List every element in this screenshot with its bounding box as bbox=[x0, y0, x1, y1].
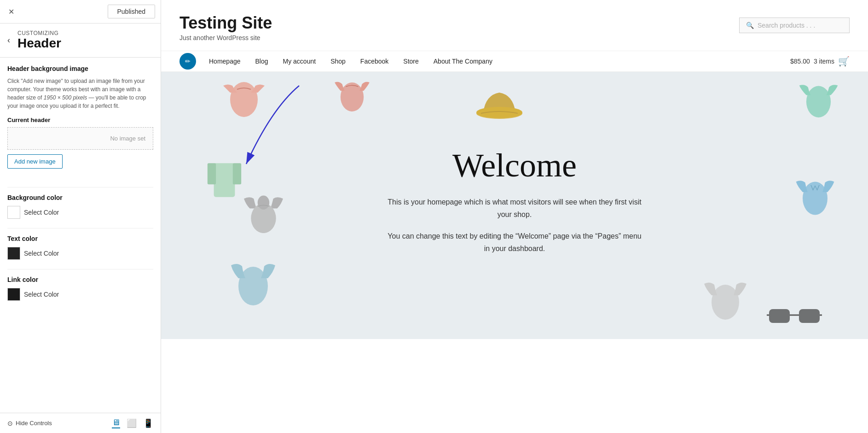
link-color-row: Select Color bbox=[7, 288, 153, 301]
site-preview: Testing Site Just another WordPress site… bbox=[161, 0, 868, 433]
device-icons: 🖥 ⬜ 📱 bbox=[112, 418, 153, 428]
preview-inner: Testing Site Just another WordPress site… bbox=[161, 0, 868, 433]
cart-area: $85.00 3 items 🛒 bbox=[790, 56, 850, 67]
svg-point-10 bbox=[803, 181, 827, 215]
panel-footer: ⊙ Hide Controls 🖥 ⬜ 📱 bbox=[0, 413, 161, 433]
site-tagline: Just another WordPress site bbox=[179, 34, 272, 41]
panel-top-bar: ✕ Published bbox=[0, 0, 161, 23]
link-select-color-button[interactable]: Select Color bbox=[24, 291, 59, 298]
hide-controls-circle-icon: ⊙ bbox=[7, 420, 13, 427]
svg-point-1 bbox=[341, 82, 364, 111]
clothing-illustration-4 bbox=[203, 155, 246, 205]
mobile-view-button[interactable]: 📱 bbox=[143, 418, 153, 428]
search-placeholder: Search products . . . bbox=[758, 22, 815, 29]
svg-rect-7 bbox=[233, 163, 241, 184]
hide-controls-label: Hide Controls bbox=[16, 420, 52, 427]
clothing-illustration-polo bbox=[794, 173, 836, 219]
bg-color-section: Background color Select Color bbox=[7, 194, 153, 219]
mobile-icon: 📱 bbox=[143, 419, 153, 428]
clothing-illustration-1 bbox=[221, 76, 267, 123]
svg-point-9 bbox=[258, 195, 270, 210]
nav-link-store[interactable]: Store bbox=[396, 51, 426, 71]
customizer-panel: ✕ Published ‹ Customizing Header Header … bbox=[0, 0, 161, 433]
bg-image-description: Click "Add new image" to upload an image… bbox=[7, 77, 153, 110]
tablet-view-button[interactable]: ⬜ bbox=[127, 418, 137, 428]
bg-color-row: Select Color bbox=[7, 206, 153, 219]
pencil-icon: ✏ bbox=[185, 58, 191, 65]
close-button[interactable]: ✕ bbox=[6, 6, 17, 18]
text-select-color-button[interactable]: Select Color bbox=[24, 250, 59, 257]
add-new-image-button[interactable]: Add new image bbox=[7, 154, 63, 169]
link-color-swatch[interactable] bbox=[7, 288, 20, 301]
svg-rect-6 bbox=[208, 163, 216, 184]
hero-section: Welcome This is your homepage which is w… bbox=[161, 72, 868, 339]
search-icon: 🔍 bbox=[746, 22, 754, 29]
nav-link-homepage[interactable]: Homepage bbox=[202, 51, 248, 71]
bg-image-title: Header background image bbox=[7, 65, 153, 72]
nav-link-blog[interactable]: Blog bbox=[248, 51, 276, 71]
desktop-view-button[interactable]: 🖥 bbox=[112, 418, 120, 428]
svg-rect-12 bbox=[769, 309, 790, 323]
link-color-title: Link color bbox=[7, 276, 153, 283]
divider-3 bbox=[7, 269, 153, 269]
text-color-swatch[interactable] bbox=[7, 247, 20, 260]
clothing-illustration-hat bbox=[474, 86, 525, 123]
published-button[interactable]: Published bbox=[108, 5, 156, 18]
customizing-label: Customizing bbox=[17, 30, 61, 36]
header-title-label: Header bbox=[17, 36, 61, 51]
svg-point-3 bbox=[476, 107, 522, 118]
bg-color-title: Background color bbox=[7, 194, 153, 201]
nav-link-shop[interactable]: Shop bbox=[323, 51, 353, 71]
cart-icon: 🛒 bbox=[838, 56, 850, 67]
site-header: Testing Site Just another WordPress site… bbox=[161, 0, 868, 51]
link-color-section: Link color Select Color bbox=[7, 276, 153, 301]
no-image-box: No image set bbox=[7, 127, 153, 150]
text-color-row: Select Color bbox=[7, 247, 153, 260]
nav-link-about[interactable]: About The Company bbox=[426, 51, 500, 71]
clothing-illustration-hoodie bbox=[244, 192, 283, 233]
hero-text-2: You can change this text by editing the … bbox=[386, 230, 643, 255]
tablet-icon: ⬜ bbox=[127, 419, 137, 428]
text-color-title: Text color bbox=[7, 235, 153, 242]
svg-point-17 bbox=[712, 285, 739, 320]
cart-amount: $85.00 bbox=[790, 58, 810, 65]
site-navigation: ✏ Homepage Blog My account Shop Facebook… bbox=[161, 51, 868, 72]
hero-title: Welcome bbox=[452, 146, 577, 185]
bg-color-swatch[interactable] bbox=[7, 206, 20, 219]
hide-controls-button[interactable]: ⊙ Hide Controls bbox=[7, 420, 52, 427]
clothing-illustration-2 bbox=[331, 74, 373, 116]
text-color-section: Text color Select Color bbox=[7, 235, 153, 260]
clothing-illustration-5 bbox=[230, 256, 276, 311]
clothing-illustration-3 bbox=[797, 76, 840, 123]
desktop-icon: 🖥 bbox=[112, 418, 120, 427]
bg-image-section: Header background image Click "Add new i… bbox=[7, 65, 153, 178]
panel-header: ‹ Customizing Header bbox=[0, 23, 161, 58]
svg-rect-13 bbox=[799, 309, 820, 323]
divider-1 bbox=[7, 187, 153, 187]
bg-select-color-button[interactable]: Select Color bbox=[24, 209, 59, 216]
back-button[interactable]: ‹ bbox=[6, 34, 12, 47]
nav-link-myaccount[interactable]: My account bbox=[276, 51, 324, 71]
search-box[interactable]: 🔍 Search products . . . bbox=[739, 18, 850, 33]
panel-header-text: Customizing Header bbox=[17, 30, 61, 51]
panel-content: Header background image Click "Add new i… bbox=[0, 58, 161, 413]
cart-items: 3 items bbox=[814, 58, 834, 65]
hero-text-1: This is your homepage which is what most… bbox=[386, 196, 643, 221]
svg-point-0 bbox=[230, 82, 258, 117]
divider-2 bbox=[7, 228, 153, 228]
clothing-illustration-shirt2 bbox=[702, 275, 748, 325]
no-image-label: No image set bbox=[110, 135, 145, 142]
nav-link-facebook[interactable]: Facebook bbox=[353, 51, 396, 71]
clothing-illustration-sunglasses bbox=[767, 302, 822, 330]
svg-rect-5 bbox=[214, 163, 235, 197]
svg-point-4 bbox=[806, 86, 831, 117]
edit-nav-button[interactable]: ✏ bbox=[179, 53, 196, 70]
site-title-area: Testing Site Just another WordPress site bbox=[179, 14, 272, 41]
current-header-label: Current header bbox=[7, 117, 153, 123]
site-name: Testing Site bbox=[179, 14, 272, 32]
